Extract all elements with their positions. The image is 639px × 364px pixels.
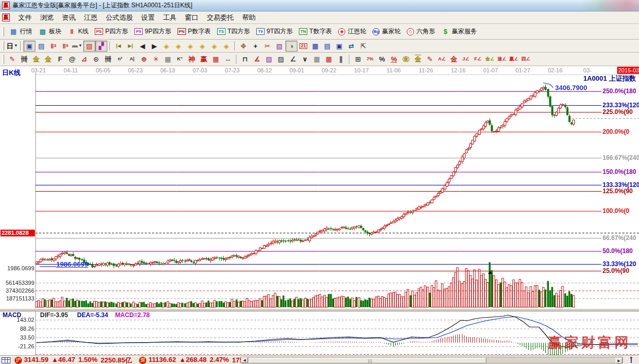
tool-circle-cross[interactable]: ⊕ [138, 54, 150, 65]
tool-gold-angle[interactable]: 金∠ [484, 54, 496, 65]
quote-table-icon[interactable] [2, 357, 10, 363]
toolbar-button-sectors[interactable]: ▩板块 [35, 26, 65, 38]
tool-n-square[interactable]: n² [114, 54, 126, 65]
tool-pan-hand[interactable]: ✥ [237, 41, 249, 52]
tool-zoom-in-h[interactable]: ◈ [172, 41, 184, 52]
tool-compass-2[interactable]: ⊿ [78, 54, 90, 65]
tool-parallel-lines[interactable]: ∥ [335, 54, 347, 65]
menu-item-1[interactable]: 浏览 [36, 12, 58, 23]
toolbar-button-gann-wheel[interactable]: ◉江恩轮 [335, 26, 369, 38]
tool-j-angle[interactable]: J∠ [460, 54, 472, 65]
tool-width-measure[interactable]: ↔ [222, 54, 234, 65]
tool-kline-9[interactable]: ‖9 [59, 41, 71, 52]
tool-zoom-out-h[interactable]: ◈ [160, 41, 172, 52]
tool-overlay-chart[interactable]: ▨ [83, 41, 95, 52]
tool-data-download[interactable]: ⇄ [345, 41, 357, 52]
menu-item-3[interactable]: 江恩 [80, 12, 102, 23]
tool-percent-line[interactable]: % [388, 54, 400, 65]
tool-period-selector[interactable]: 日▼ [6, 41, 18, 52]
tool-wave-angle[interactable]: A∠ [436, 54, 448, 65]
tool-f-angle[interactable]: F∠ [472, 54, 484, 65]
toolbar-button-9t-square[interactable]: T99T四方形 [253, 26, 296, 38]
tool-go-last[interactable]: ▶| [124, 41, 136, 52]
scroll-right-button[interactable]: ▶ [616, 358, 622, 363]
tool-save[interactable]: ▣ [333, 41, 345, 52]
tool-go-prev[interactable]: ◀ [136, 41, 148, 52]
toolbar-button-kline[interactable]: ‖K线 [65, 26, 92, 38]
menu-item-4[interactable]: 公式选股 [102, 12, 137, 23]
tool-scale-ruler[interactable]: ⊞ [352, 54, 364, 65]
tool-time-cycle[interactable]: ⊙ [90, 54, 102, 65]
tool-grid-123[interactable]: ▦ [210, 54, 222, 65]
tool-grid-red[interactable]: ▦ [323, 54, 335, 65]
tool-expand-v[interactable]: ◈ [208, 41, 220, 52]
tool-four-angle[interactable]: 四∠ [520, 54, 532, 65]
tool-candle-style[interactable]: ⎓▼ [71, 41, 83, 52]
tool-gold-overline[interactable]: 金 [412, 54, 424, 65]
scroll-thumb[interactable] [249, 358, 486, 363]
tool-fit-screen[interactable]: ◈ [220, 41, 232, 52]
tool-kline-3[interactable]: ‖3 [47, 41, 59, 52]
toolbar-button-quotes[interactable]: ▦行情 [6, 26, 35, 38]
menu-item-0[interactable]: 文件 [14, 12, 36, 23]
tool-gold-red[interactable]: 金 [448, 54, 460, 65]
tool-calendar-21[interactable]: 21 [297, 41, 309, 52]
tool-fibo-f[interactable]: F [54, 54, 66, 65]
menu-item-2[interactable]: 资讯 [58, 12, 80, 23]
tool-chart-window[interactable]: ▣ [23, 41, 35, 52]
tool-go-first[interactable]: |◀ [112, 41, 124, 52]
toolbar-button-9p-square[interactable]: P99P四方形 [131, 26, 174, 38]
tool-matrix-calculator[interactable]: ▦ [309, 41, 321, 52]
menu-item-6[interactable]: 工具 [159, 12, 181, 23]
tool-v-lines[interactable]: ∨ [299, 54, 311, 65]
tool-speed-angle[interactable]: 速∠ [496, 54, 508, 65]
toolbar-button-t-number-table[interactable]: TNT数字表 [296, 26, 335, 38]
tool-hash-lines[interactable]: 卌 [102, 54, 114, 65]
tool-data-export[interactable]: ⇱ [357, 41, 369, 52]
tool-percent-7[interactable]: 7% [364, 54, 376, 65]
tool-spiral[interactable]: @ [66, 54, 78, 65]
tool-notes[interactable]: ▤ [321, 41, 333, 52]
tool-gann-fan[interactable]: ∡ [251, 54, 263, 65]
menu-item-5[interactable]: 设置 [137, 12, 159, 23]
tool-shrink-h[interactable]: ◈ [196, 41, 208, 52]
menu-item-8[interactable]: 交易委托 [203, 12, 238, 23]
tool-ying-tool[interactable]: 赢 [198, 54, 210, 65]
tool-gold-lines-1[interactable]: 金 [30, 54, 42, 65]
toolbar-button-winner-wheel[interactable]: Bg赢家轮 [369, 26, 404, 38]
tool-gold-circle[interactable]: 金 [400, 54, 412, 65]
toolbar-button-winner-service[interactable]: $赢家服务 [438, 26, 480, 38]
tool-brush[interactable]: ✎ [424, 54, 436, 65]
tool-expand-h[interactable]: ◈ [184, 41, 196, 52]
tool-gold-lines-2[interactable]: 金 [42, 54, 54, 65]
tool-fan-box-purple[interactable]: ▧ [263, 54, 275, 65]
tool-crosshair[interactable]: + [249, 41, 261, 52]
tool-color-chart[interactable]: ▞ [95, 41, 107, 52]
horizontal-scrollbar[interactable]: ◀ ▶ [241, 357, 623, 363]
tool-angle-a[interactable]: A| [126, 54, 138, 65]
tool-grid-ruler[interactable]: 卌 [18, 54, 30, 65]
tool-ying-angle[interactable]: 赢∠ [508, 54, 520, 65]
tool-angle-lines[interactable]: ∠ [287, 54, 299, 65]
tool-star-web[interactable]: ✳ [150, 54, 162, 65]
tool-pillar-tool[interactable]: ⊓ [239, 54, 251, 65]
menu-item-7[interactable]: 窗口 [181, 12, 203, 23]
tool-percent[interactable]: % [376, 54, 388, 65]
tool-shen-tool[interactable]: 神 [186, 54, 198, 65]
tool-k-mark[interactable]: K" [174, 54, 186, 65]
tool-cut-tool[interactable]: ✂ [261, 41, 273, 52]
menu-item-9[interactable]: 帮助 [238, 12, 260, 23]
tool-analysis-tool[interactable]: ◑ [285, 41, 297, 52]
tool-pattern-tool[interactable]: ▧ [273, 41, 285, 52]
tool-fan-box-dark[interactable]: ▨ [275, 54, 287, 65]
toolbar-button-hexagon[interactable]: ◇六角形 [404, 26, 438, 38]
tool-gann-compass[interactable]: ✎ [6, 54, 18, 65]
tool-go-next[interactable]: ▶ [148, 41, 160, 52]
toolbar-button-t-square[interactable]: TST四方形 [214, 26, 253, 38]
scroll-left-button[interactable]: ◀ [241, 357, 248, 363]
toolbar-button-p-square[interactable]: PSP四方形 [92, 26, 131, 38]
tool-square-web[interactable]: ▩ [162, 54, 174, 65]
tool-info-panel[interactable]: ▤ [35, 41, 47, 52]
tool-grid-plain[interactable]: ▦ [311, 54, 323, 65]
toolbar-button-p-number-table[interactable]: PNP数字表 [174, 26, 214, 38]
